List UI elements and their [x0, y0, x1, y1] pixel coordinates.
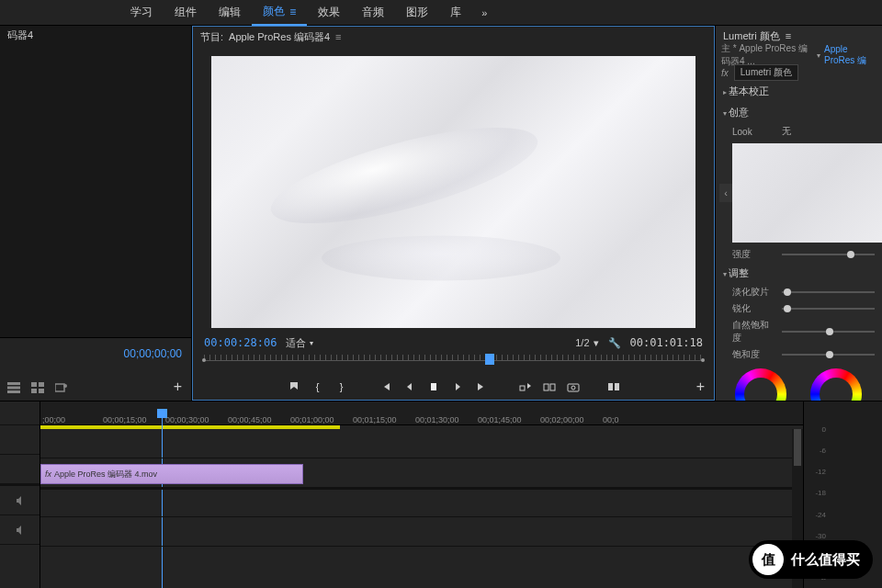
- go-to-in-icon[interactable]: [379, 379, 393, 394]
- prev-look-button[interactable]: ‹: [719, 184, 732, 202]
- button-editor[interactable]: +: [696, 379, 705, 395]
- svg-point-8: [63, 384, 67, 388]
- track-a1[interactable]: [40, 488, 803, 517]
- track-headers: [0, 401, 40, 588]
- effect-name[interactable]: Lumetri 颜色: [734, 64, 798, 81]
- extract-icon[interactable]: [542, 379, 557, 394]
- faded-film-label: 淡化胶片: [732, 286, 776, 299]
- watermark: 值 什么值得买: [749, 540, 873, 579]
- list-view-icon[interactable]: [7, 382, 20, 395]
- track-header-v2[interactable]: [0, 425, 40, 455]
- tab-edit[interactable]: 编辑: [208, 0, 252, 26]
- step-back-icon[interactable]: [402, 379, 417, 394]
- track-v2[interactable]: [40, 429, 803, 458]
- tab-learn[interactable]: 学习: [119, 0, 164, 26]
- look-label: Look: [732, 127, 776, 137]
- out-point-icon[interactable]: }: [334, 379, 349, 394]
- section-creative[interactable]: 创意: [716, 102, 882, 123]
- current-timecode[interactable]: 00:00:28:06: [204, 336, 277, 349]
- program-title: Apple ProRes 编码器4: [229, 30, 330, 44]
- zoom-dropdown[interactable]: 适合▾: [286, 336, 313, 350]
- clip-name: Apple ProRes 编码器 4.mov: [54, 469, 157, 481]
- source-panel-title: 码器4: [0, 26, 191, 46]
- panel-menu-icon[interactable]: ≡: [786, 30, 791, 41]
- video-clip[interactable]: fx Apple ProRes 编码器 4.mov: [40, 464, 303, 484]
- sharpen-slider[interactable]: [782, 308, 875, 310]
- source-timecode[interactable]: 00;00;00;00: [124, 347, 182, 360]
- track-a2[interactable]: [40, 517, 803, 547]
- transport-controls: { } +: [193, 374, 714, 400]
- watermark-badge: 值: [752, 544, 784, 575]
- lumetri-panel-title: Lumetri 颜色: [723, 29, 780, 43]
- settings-icon[interactable]: 🔧: [608, 337, 621, 349]
- new-item-button[interactable]: +: [174, 379, 182, 395]
- tabs-overflow[interactable]: »: [472, 7, 496, 18]
- svg-rect-9: [431, 383, 436, 390]
- tab-color[interactable]: 颜色 ≡: [252, 0, 307, 26]
- icon-view-icon[interactable]: [31, 382, 44, 395]
- svg-rect-6: [39, 389, 44, 393]
- sharpen-label: 锐化: [732, 302, 776, 315]
- scrub-bar[interactable]: [193, 352, 714, 374]
- tab-graphics[interactable]: 图形: [395, 0, 439, 26]
- play-icon[interactable]: [426, 379, 441, 394]
- watermark-text: 什么值得买: [791, 551, 860, 569]
- go-to-out-icon[interactable]: [474, 379, 489, 394]
- shadow-tint-wheel[interactable]: [735, 368, 786, 401]
- svg-rect-3: [31, 382, 37, 387]
- svg-rect-13: [568, 384, 579, 391]
- video-frame: [211, 56, 695, 328]
- highlight-tint-wheel[interactable]: [810, 368, 862, 401]
- program-viewer[interactable]: [193, 47, 714, 334]
- vibrance-label: 自然饱和度: [732, 319, 776, 345]
- lumetri-panel: Lumetri 颜色≡ 主 * Apple ProRes 编码器4 ... ▾ …: [715, 26, 882, 401]
- section-basic-correction[interactable]: 基本校正: [716, 81, 882, 102]
- comparison-view-icon[interactable]: [606, 379, 621, 394]
- lift-icon[interactable]: [518, 379, 533, 394]
- in-point-icon[interactable]: {: [311, 379, 325, 394]
- svg-point-14: [571, 386, 575, 390]
- panel-menu-icon[interactable]: ≡: [335, 31, 341, 42]
- svg-rect-1: [7, 387, 20, 390]
- tab-assembly[interactable]: 组件: [164, 0, 208, 26]
- intensity-label: 强度: [732, 248, 776, 261]
- look-preview: ‹: [732, 143, 882, 243]
- timeline[interactable]: ;00;00 00;00;15;00 00;00;30;00 00;00;45;…: [40, 401, 803, 588]
- svg-rect-12: [550, 384, 555, 390]
- faded-film-slider[interactable]: [782, 291, 875, 293]
- marker-icon[interactable]: [287, 379, 301, 394]
- tab-effects[interactable]: 效果: [307, 0, 351, 26]
- program-monitor: 节目: Apple ProRes 编码器4 ≡ 00:00:28:06 适合▾ …: [192, 26, 715, 401]
- svg-rect-16: [615, 383, 619, 390]
- track-header-a1[interactable]: [0, 486, 40, 515]
- tab-audio[interactable]: 音频: [351, 0, 395, 26]
- time-ruler[interactable]: ;00;00 00;00;15;00 00;00;30;00 00;00;45;…: [40, 401, 803, 425]
- export-frame-icon[interactable]: [566, 379, 581, 394]
- fx-badge[interactable]: fx: [721, 68, 729, 78]
- svg-rect-2: [7, 390, 20, 393]
- workspace-tabs: 学习 组件 编辑 颜色 ≡ 效果 音频 图形 库 »: [0, 0, 882, 26]
- tab-libraries[interactable]: 库: [439, 0, 472, 26]
- freeform-view-icon[interactable]: [55, 382, 68, 395]
- svg-rect-15: [608, 383, 613, 390]
- svg-rect-5: [31, 389, 37, 393]
- svg-rect-0: [7, 382, 20, 385]
- resolution-dropdown[interactable]: 1/2▾: [575, 337, 598, 349]
- clip-fx-badge: fx: [45, 469, 51, 479]
- track-header-a2[interactable]: [0, 515, 40, 545]
- track-header-v1[interactable]: [0, 455, 40, 484]
- saturation-label: 饱和度: [732, 348, 776, 361]
- total-timecode: 00:01:01:18: [630, 336, 703, 349]
- svg-rect-7: [55, 384, 64, 391]
- intensity-slider[interactable]: [782, 254, 875, 255]
- program-title-prefix: 节目:: [200, 30, 223, 44]
- source-panel: 码器4 00;00;00;00 +: [0, 26, 192, 401]
- look-dropdown[interactable]: 无: [782, 125, 791, 138]
- step-forward-icon[interactable]: [450, 379, 465, 394]
- section-adjust[interactable]: 调整: [716, 263, 882, 284]
- svg-rect-10: [520, 386, 525, 390]
- scrub-handle[interactable]: [485, 354, 494, 365]
- crumb-clip[interactable]: Apple ProRes 编: [824, 44, 876, 67]
- vibrance-slider[interactable]: [782, 331, 875, 333]
- saturation-slider[interactable]: [782, 354, 875, 356]
